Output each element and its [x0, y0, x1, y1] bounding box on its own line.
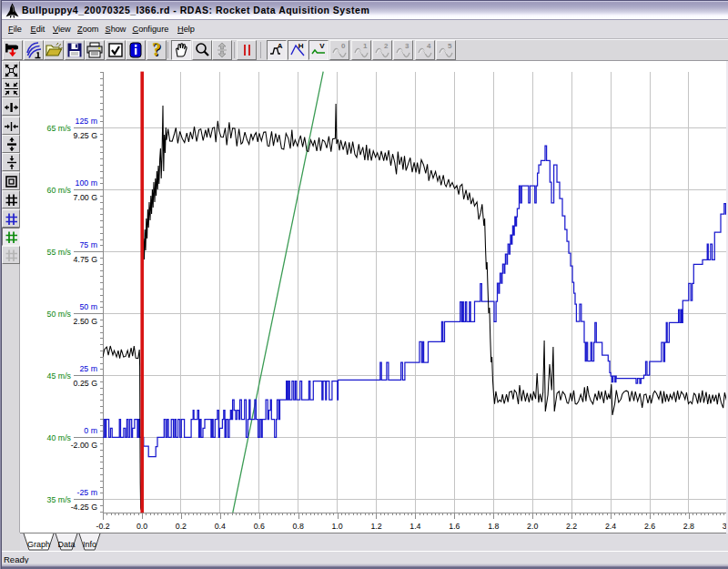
svg-text:1.2: 1.2 — [370, 522, 381, 531]
svg-text:4: 4 — [427, 42, 431, 50]
svg-text:V: V — [319, 42, 325, 50]
svg-text:7.00 G: 7.00 G — [74, 193, 98, 202]
svg-text:75 m: 75 m — [79, 240, 97, 249]
svg-text:25 m: 25 m — [79, 364, 97, 373]
svg-text:-4.25 G: -4.25 G — [71, 503, 97, 512]
svg-text:2.2: 2.2 — [566, 522, 577, 531]
svg-text:1.0: 1.0 — [331, 522, 342, 531]
svg-text:9.25 G: 9.25 G — [74, 131, 98, 140]
svg-text:55 m/s: 55 m/s — [47, 248, 72, 257]
svg-text:2.50 G: 2.50 G — [74, 317, 98, 326]
svg-text:-25 m: -25 m — [77, 488, 98, 497]
svg-text:0: 0 — [341, 42, 346, 50]
svg-text:?: ? — [152, 41, 161, 59]
svg-text:2.8: 2.8 — [683, 522, 694, 531]
svg-text:0 m: 0 m — [84, 426, 97, 435]
svg-text:-2.00 G: -2.00 G — [71, 441, 97, 450]
svg-text:H: H — [298, 42, 304, 50]
svg-text:0.8: 0.8 — [293, 522, 304, 531]
svg-text:5: 5 — [448, 42, 452, 50]
svg-text:1.4: 1.4 — [410, 522, 420, 531]
svg-text:A: A — [277, 42, 282, 50]
svg-text:1.6: 1.6 — [449, 522, 460, 531]
svg-text:0.4: 0.4 — [215, 522, 226, 531]
svg-text:0.6: 0.6 — [254, 522, 265, 531]
svg-text:2.0: 2.0 — [527, 522, 538, 531]
svg-text:4.75 G: 4.75 G — [74, 255, 98, 264]
svg-text:65 m/s: 65 m/s — [47, 124, 72, 133]
svg-text:0.2: 0.2 — [176, 522, 187, 531]
svg-text:3: 3 — [405, 42, 410, 50]
svg-text:100 m: 100 m — [76, 178, 97, 188]
svg-text:Data: Data — [57, 540, 75, 549]
svg-text:50 m/s: 50 m/s — [47, 310, 72, 319]
svg-text:Graph: Graph — [27, 540, 50, 549]
svg-text:125 m: 125 m — [76, 117, 97, 126]
svg-text:1.8: 1.8 — [488, 522, 499, 531]
svg-text:2.6: 2.6 — [644, 522, 655, 531]
svg-text:2.4: 2.4 — [605, 522, 616, 531]
svg-text:45 m/s: 45 m/s — [47, 371, 72, 381]
svg-text:35 m/s: 35 m/s — [47, 495, 72, 504]
svg-text:0.0: 0.0 — [136, 522, 147, 531]
svg-text:-0.2: -0.2 — [96, 522, 110, 531]
svg-text:50 m: 50 m — [79, 302, 97, 311]
svg-text:0.25 G: 0.25 G — [74, 379, 98, 388]
svg-text:60 m/s: 60 m/s — [47, 186, 72, 195]
svg-text:1: 1 — [363, 42, 368, 50]
svg-text:Info: Info — [83, 540, 96, 549]
svg-text:40 m/s: 40 m/s — [47, 433, 72, 442]
svg-text:2: 2 — [384, 42, 389, 50]
